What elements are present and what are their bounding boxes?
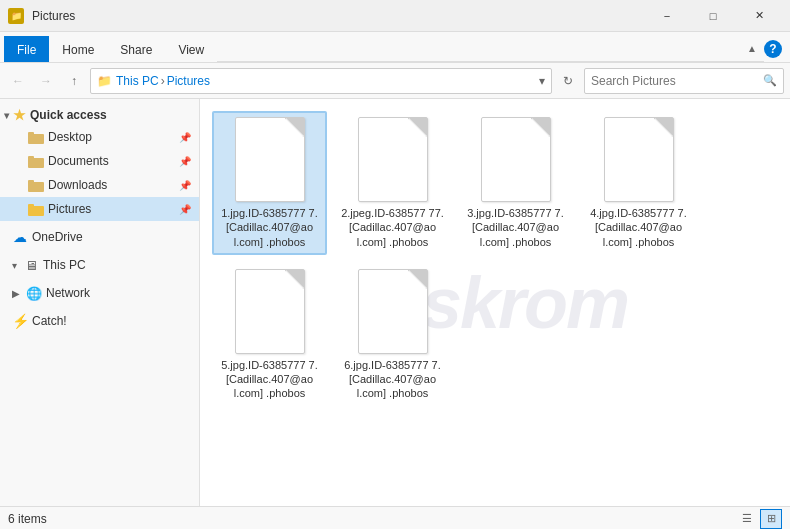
search-icon: 🔍 bbox=[763, 74, 777, 87]
pc-icon: 🖥 bbox=[23, 257, 39, 273]
tab-share[interactable]: Share bbox=[107, 36, 165, 62]
grid-view-button[interactable]: ⊞ bbox=[760, 509, 782, 529]
tab-file[interactable]: File bbox=[4, 36, 49, 62]
path-pictures[interactable]: Pictures bbox=[167, 74, 210, 88]
address-bar: ← → ↑ 📁 This PC › Pictures ▾ ↻ 🔍 bbox=[0, 63, 790, 99]
file-item-5[interactable]: 5.jpg.ID-6385777 7.[Cadillac.407@ao l.co… bbox=[212, 263, 327, 407]
svg-rect-2 bbox=[28, 132, 34, 136]
app-icon: 📁 bbox=[8, 8, 24, 24]
file-name-3: 3.jpg.ID-6385777 7.[Cadillac.407@ao l.co… bbox=[464, 206, 567, 249]
file-page-5 bbox=[235, 269, 305, 354]
window-controls: − □ ✕ bbox=[644, 0, 782, 32]
address-path[interactable]: 📁 This PC › Pictures ▾ bbox=[90, 68, 552, 94]
file-icon-6 bbox=[358, 269, 428, 354]
expand-icon: ▾ bbox=[4, 110, 9, 121]
catch-icon: ⚡ bbox=[12, 313, 28, 329]
ribbon-tabs: File Home Share View ▲ ? bbox=[0, 32, 790, 62]
thispc-label: This PC bbox=[43, 258, 191, 272]
window-title: Pictures bbox=[32, 9, 644, 23]
onedrive-label: OneDrive bbox=[32, 230, 191, 244]
tab-home[interactable]: Home bbox=[49, 36, 107, 62]
sidebar-item-documents[interactable]: Documents 📌 bbox=[0, 149, 199, 173]
file-page-1 bbox=[235, 117, 305, 202]
pin-icon-downloads: 📌 bbox=[179, 180, 191, 191]
file-page-4 bbox=[604, 117, 674, 202]
sidebar-item-desktop[interactable]: Desktop 📌 bbox=[0, 125, 199, 149]
documents-label: Documents bbox=[48, 154, 175, 168]
file-item-4[interactable]: 4.jpg.ID-6385777 7.[Cadillac.407@ao l.co… bbox=[581, 111, 696, 255]
folder-icon-downloads bbox=[28, 177, 44, 193]
folder-icon-pictures bbox=[28, 201, 44, 217]
sidebar: ▾ ★ Quick access Desktop 📌 Documents 📌 D… bbox=[0, 99, 200, 506]
sidebar-item-downloads[interactable]: Downloads 📌 bbox=[0, 173, 199, 197]
ribbon: File Home Share View ▲ ? bbox=[0, 32, 790, 63]
file-icon-3 bbox=[481, 117, 551, 202]
search-input[interactable] bbox=[591, 74, 759, 88]
up-button[interactable]: ↑ bbox=[62, 69, 86, 93]
main-layout: ▾ ★ Quick access Desktop 📌 Documents 📌 D… bbox=[0, 99, 790, 506]
search-box[interactable]: 🔍 bbox=[584, 68, 784, 94]
pin-icon-pictures: 📌 bbox=[179, 204, 191, 215]
svg-rect-8 bbox=[28, 204, 34, 208]
minimize-button[interactable]: − bbox=[644, 0, 690, 32]
path-this-pc[interactable]: This PC bbox=[116, 74, 159, 88]
file-item-3[interactable]: 3.jpg.ID-6385777 7.[Cadillac.407@ao l.co… bbox=[458, 111, 573, 255]
back-button[interactable]: ← bbox=[6, 69, 30, 93]
quick-access-label: Quick access bbox=[30, 108, 107, 122]
pin-icon-documents: 📌 bbox=[179, 156, 191, 167]
file-icon-1 bbox=[235, 117, 305, 202]
svg-rect-6 bbox=[28, 180, 34, 184]
file-item-1[interactable]: 1.jpg.ID-6385777 7.[Cadillac.407@ao l.co… bbox=[212, 111, 327, 255]
list-view-button[interactable]: ☰ bbox=[736, 509, 758, 529]
network-icon: 🌐 bbox=[26, 285, 42, 301]
close-button[interactable]: ✕ bbox=[736, 0, 782, 32]
view-buttons: ☰ ⊞ bbox=[736, 509, 782, 529]
path-dropdown-icon[interactable]: ▾ bbox=[539, 74, 545, 88]
svg-rect-4 bbox=[28, 156, 34, 160]
file-grid: 1.jpg.ID-6385777 7.[Cadillac.407@ao l.co… bbox=[208, 107, 782, 411]
forward-button[interactable]: → bbox=[34, 69, 58, 93]
thispc-expand-icon: ▾ bbox=[12, 260, 17, 271]
catch-label: Catch! bbox=[32, 314, 191, 328]
sidebar-item-pictures[interactable]: Pictures 📌 bbox=[0, 197, 199, 221]
file-name-5: 5.jpg.ID-6385777 7.[Cadillac.407@ao l.co… bbox=[218, 358, 321, 401]
folder-icon-documents bbox=[28, 153, 44, 169]
downloads-label: Downloads bbox=[48, 178, 175, 192]
file-name-2: 2.jpeg.ID-638577 77.[Cadillac.407@ao l.c… bbox=[341, 206, 444, 249]
path-icon: 📁 bbox=[97, 74, 112, 88]
sidebar-item-catch[interactable]: ⚡ Catch! bbox=[0, 309, 199, 333]
item-count: 6 items bbox=[8, 512, 47, 526]
title-bar-icons: 📁 bbox=[8, 8, 24, 24]
sidebar-item-network[interactable]: ▶ 🌐 Network bbox=[0, 281, 199, 305]
pictures-label: Pictures bbox=[48, 202, 175, 216]
pin-icon-desktop: 📌 bbox=[179, 132, 191, 143]
help-button[interactable]: ? bbox=[764, 40, 782, 58]
file-page-2 bbox=[358, 117, 428, 202]
file-icon-5 bbox=[235, 269, 305, 354]
star-icon: ★ bbox=[13, 107, 26, 123]
maximize-button[interactable]: □ bbox=[690, 0, 736, 32]
file-name-6: 6.jpg.ID-6385777 7.[Cadillac.407@ao l.co… bbox=[341, 358, 444, 401]
file-page-6 bbox=[358, 269, 428, 354]
sidebar-item-onedrive[interactable]: ☁ OneDrive bbox=[0, 225, 199, 249]
cloud-icon: ☁ bbox=[12, 229, 28, 245]
file-item-2[interactable]: 2.jpeg.ID-638577 77.[Cadillac.407@ao l.c… bbox=[335, 111, 450, 255]
sidebar-quick-access-header[interactable]: ▾ ★ Quick access bbox=[0, 103, 199, 125]
ribbon-collapse-button[interactable]: ▲ bbox=[740, 36, 764, 62]
status-bar: 6 items ☰ ⊞ bbox=[0, 506, 790, 529]
file-name-4: 4.jpg.ID-6385777 7.[Cadillac.407@ao l.co… bbox=[587, 206, 690, 249]
folder-icon-desktop bbox=[28, 129, 44, 145]
tab-view[interactable]: View bbox=[165, 36, 217, 62]
file-icon-4 bbox=[604, 117, 674, 202]
refresh-button[interactable]: ↻ bbox=[556, 69, 580, 93]
title-bar: 📁 Pictures − □ ✕ bbox=[0, 0, 790, 32]
file-name-1: 1.jpg.ID-6385777 7.[Cadillac.407@ao l.co… bbox=[218, 206, 321, 249]
file-page-3 bbox=[481, 117, 551, 202]
file-icon-2 bbox=[358, 117, 428, 202]
network-label: Network bbox=[46, 286, 191, 300]
file-item-6[interactable]: 6.jpg.ID-6385777 7.[Cadillac.407@ao l.co… bbox=[335, 263, 450, 407]
desktop-label: Desktop bbox=[48, 130, 175, 144]
content-area: piskrom 1.jpg.ID-6385777 7.[Cadillac.407… bbox=[200, 99, 790, 506]
sidebar-item-thispc[interactable]: ▾ 🖥 This PC bbox=[0, 253, 199, 277]
network-expand-icon: ▶ bbox=[12, 288, 20, 299]
